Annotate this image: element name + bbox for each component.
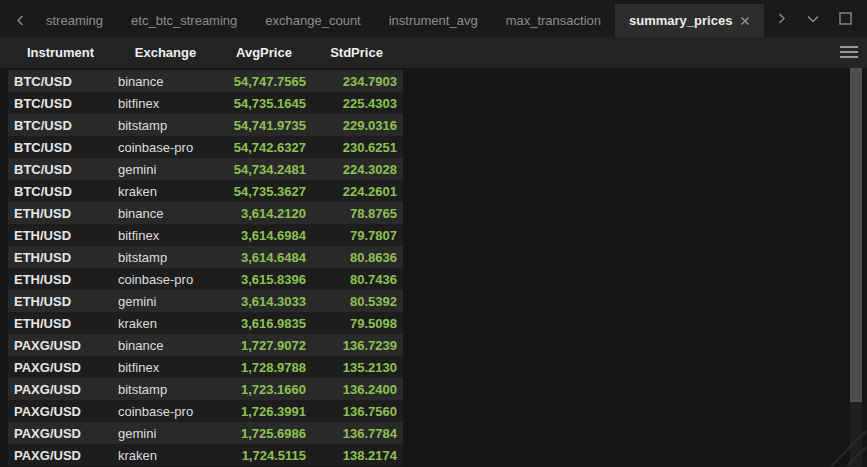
instrument-cell: ETH/USD: [8, 316, 113, 331]
chevron-left-icon: [15, 15, 26, 26]
instrument-cell: BTC/USD: [8, 118, 113, 133]
stdprice-cell: 80.5392: [310, 294, 403, 309]
tab-list: streaming etc_btc_streaming exchange_cou…: [32, 4, 764, 37]
avgprice-cell: 54,742.6327: [218, 140, 310, 155]
table-header-band: Instrument Exchange AvgPrice StdPrice: [0, 37, 867, 68]
avgprice-cell: 54,734.2481: [218, 162, 310, 177]
stdprice-cell: 229.0316: [310, 118, 403, 133]
scroll-tabs-back-button[interactable]: [8, 4, 32, 37]
tab-label: max_transaction: [506, 13, 601, 28]
tab-list-dropdown-button[interactable]: [802, 8, 824, 30]
avgprice-cell: 3,615.8396: [218, 272, 310, 287]
tab-etc_btc_streaming[interactable]: etc_btc_streaming: [117, 4, 251, 37]
table-row[interactable]: BTC/USD bitfinex 54,735.1645 225.4303: [8, 92, 403, 114]
table-row[interactable]: PAXG/USD bitstamp 1,723.1660 136.2400: [8, 378, 403, 400]
tab-label: exchange_count: [265, 13, 360, 28]
stdprice-cell: 135.2130: [310, 360, 403, 375]
hamburger-icon: [840, 46, 858, 48]
exchange-cell: bitfinex: [113, 96, 218, 111]
tab-max_transaction[interactable]: max_transaction: [492, 4, 615, 37]
table-row[interactable]: BTC/USD gemini 54,734.2481 224.3028: [8, 158, 403, 180]
table-row[interactable]: PAXG/USD binance 1,727.9072 136.7239: [8, 334, 403, 356]
stdprice-cell: 136.2400: [310, 382, 403, 397]
exchange-cell: bitstamp: [113, 382, 218, 397]
table-row[interactable]: ETH/USD bitfinex 3,614.6984 79.7807: [8, 224, 403, 246]
avgprice-cell: 1,727.9072: [218, 338, 310, 353]
instrument-cell: PAXG/USD: [8, 338, 113, 353]
table-row[interactable]: PAXG/USD coinbase-pro 1,726.3991 136.756…: [8, 400, 403, 422]
table-row[interactable]: ETH/USD gemini 3,614.3033 80.5392: [8, 290, 403, 312]
table-row[interactable]: ETH/USD coinbase-pro 3,615.8396 80.7436: [8, 268, 403, 290]
tab-exchange_count[interactable]: exchange_count: [251, 4, 374, 37]
vertical-scrollbar[interactable]: [850, 68, 862, 467]
avgprice-cell: 3,616.9835: [218, 316, 310, 331]
exchange-cell: bitstamp: [113, 118, 218, 133]
column-header-exchange[interactable]: Exchange: [113, 37, 218, 68]
stdprice-cell: 225.4303: [310, 96, 403, 111]
exchange-cell: kraken: [113, 448, 218, 463]
exchange-cell: bitstamp: [113, 250, 218, 265]
table-row[interactable]: ETH/USD binance 3,614.2120 78.8765: [8, 202, 403, 224]
resize-grip[interactable]: [825, 425, 867, 467]
avgprice-cell: 3,614.2120: [218, 206, 310, 221]
table-row[interactable]: PAXG/USD bitfinex 1,728.9788 135.2130: [8, 356, 403, 378]
exchange-cell: coinbase-pro: [113, 140, 218, 155]
tab-summary_prices[interactable]: summary_prices: [615, 4, 764, 37]
exchange-cell: gemini: [113, 162, 218, 177]
table-row[interactable]: PAXG/USD gemini 1,725.6986 136.7784: [8, 422, 403, 444]
scroll-tabs-forward-button[interactable]: [770, 8, 792, 30]
stdprice-cell: 78.8765: [310, 206, 403, 221]
stdprice-cell: 80.7436: [310, 272, 403, 287]
table-row[interactable]: BTC/USD binance 54,747.7565 234.7903: [8, 70, 403, 92]
table-header-row: Instrument Exchange AvgPrice StdPrice: [8, 37, 403, 68]
maximize-button[interactable]: [834, 8, 856, 30]
stdprice-cell: 80.8636: [310, 250, 403, 265]
tab-streaming[interactable]: streaming: [32, 4, 117, 37]
exchange-cell: gemini: [113, 426, 218, 441]
scrollbar-thumb[interactable]: [850, 68, 862, 402]
exchange-cell: gemini: [113, 294, 218, 309]
avgprice-cell: 1,726.3991: [218, 404, 310, 419]
table-row[interactable]: ETH/USD bitstamp 3,614.6484 80.8636: [8, 246, 403, 268]
instrument-cell: ETH/USD: [8, 228, 113, 243]
avgprice-cell: 54,741.9735: [218, 118, 310, 133]
avgprice-cell: 54,747.7565: [218, 74, 310, 89]
instrument-cell: ETH/USD: [8, 272, 113, 287]
table-menu-button[interactable]: [838, 41, 860, 63]
avgprice-cell: 1,728.9788: [218, 360, 310, 375]
close-tab-button[interactable]: [740, 16, 750, 26]
table-row[interactable]: BTC/USD kraken 54,735.3627 224.2601: [8, 180, 403, 202]
stdprice-cell: 136.7239: [310, 338, 403, 353]
stdprice-cell: 138.2174: [310, 448, 403, 463]
avgprice-cell: 3,614.6484: [218, 250, 310, 265]
instrument-cell: PAXG/USD: [8, 448, 113, 463]
column-header-stdprice[interactable]: StdPrice: [310, 37, 403, 68]
instrument-cell: BTC/USD: [8, 184, 113, 199]
column-header-avgprice[interactable]: AvgPrice: [218, 37, 310, 68]
instrument-cell: ETH/USD: [8, 206, 113, 221]
avgprice-cell: 1,723.1660: [218, 382, 310, 397]
exchange-cell: kraken: [113, 316, 218, 331]
tab-label: streaming: [46, 13, 103, 28]
tab-instrument_avg[interactable]: instrument_avg: [375, 4, 492, 37]
exchange-cell: coinbase-pro: [113, 272, 218, 287]
table-row[interactable]: BTC/USD coinbase-pro 54,742.6327 230.625…: [8, 136, 403, 158]
column-header-instrument[interactable]: Instrument: [8, 37, 113, 68]
table-row[interactable]: PAXG/USD kraken 1,724.5115 138.2174: [8, 444, 403, 466]
table-row[interactable]: BTC/USD bitstamp 54,741.9735 229.0316: [8, 114, 403, 136]
stdprice-cell: 136.7784: [310, 426, 403, 441]
tab-bar: streaming etc_btc_streaming exchange_cou…: [0, 0, 867, 37]
instrument-cell: PAXG/USD: [8, 404, 113, 419]
tab-label: instrument_avg: [389, 13, 478, 28]
chevron-down-icon: [807, 15, 819, 23]
instrument-cell: PAXG/USD: [8, 426, 113, 441]
instrument-cell: PAXG/USD: [8, 360, 113, 375]
instrument-cell: BTC/USD: [8, 74, 113, 89]
instrument-cell: BTC/USD: [8, 162, 113, 177]
tab-label: summary_prices: [629, 13, 732, 28]
instrument-cell: ETH/USD: [8, 250, 113, 265]
table-row[interactable]: ETH/USD kraken 3,616.9835 79.5098: [8, 312, 403, 334]
hamburger-icon: [840, 56, 858, 58]
avgprice-cell: 54,735.1645: [218, 96, 310, 111]
stdprice-cell: 79.7807: [310, 228, 403, 243]
